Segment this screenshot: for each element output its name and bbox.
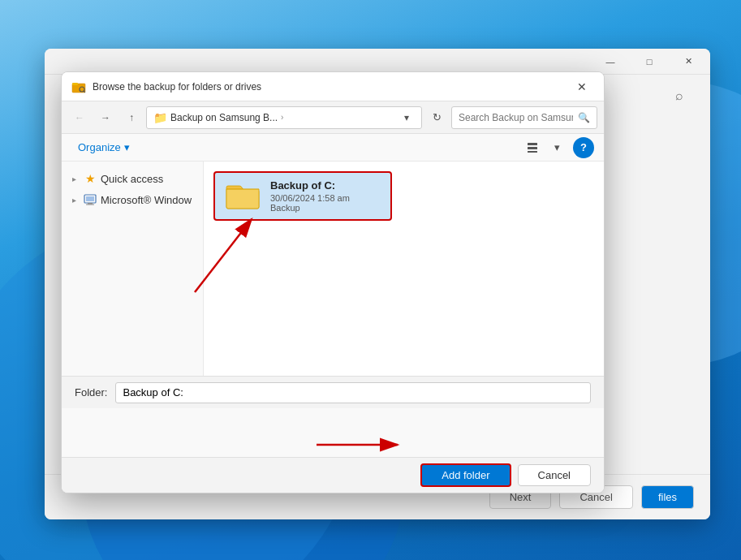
help-button[interactable]: ?: [573, 137, 594, 158]
add-folder-button[interactable]: Add folder: [420, 463, 511, 487]
view-toggle: ▾: [521, 137, 568, 158]
maximize-button[interactable]: □: [631, 49, 668, 75]
up-button[interactable]: ↑: [120, 106, 143, 129]
back-button[interactable]: ←: [68, 106, 91, 129]
folder-search-icon: [71, 80, 86, 93]
search-icon: 🔍: [578, 112, 590, 123]
left-sidebar: ▸ ★ Quick access ▸ Microsoft® Window: [62, 162, 204, 408]
browse-dialog: Browse the backup for folders or drives …: [61, 71, 605, 493]
minimize-button[interactable]: —: [592, 49, 629, 75]
sidebar-item-microsoft[interactable]: ▸ Microsoft® Window: [62, 189, 203, 210]
search-input[interactable]: [459, 112, 573, 123]
restore-files-button[interactable]: files: [641, 485, 694, 509]
nav-bar: ← → ↑ 📁 Backup on Samsung B... › ▾ ↻ 🔍: [62, 101, 604, 134]
file-area[interactable]: Backup of C: 30/06/2024 1:58 am Backup: [204, 162, 604, 408]
folder-name: Backup of C:: [270, 179, 382, 192]
outer-search-area: ⌕: [665, 81, 694, 110]
microsoft-label: Microsoft® Window: [101, 194, 192, 206]
svg-rect-6: [528, 151, 537, 153]
view-details-button[interactable]: [521, 137, 544, 158]
breadcrumb-bar: 📁 Backup on Samsung B... › ▾: [146, 106, 422, 129]
breadcrumb-chevron: ›: [281, 113, 283, 122]
dialog-title-text: Browse the backup for folders or drives: [93, 81, 570, 93]
dialog-close-button[interactable]: ✕: [570, 77, 594, 97]
outer-search-icon: ⌕: [675, 88, 683, 103]
breadcrumb-folder-icon: 📁: [153, 111, 167, 124]
toolbar: Organize ▾ ▾ ?: [62, 134, 604, 162]
folder-label: Folder:: [75, 386, 107, 398]
computer-icon: [83, 192, 97, 207]
forward-button[interactable]: →: [94, 106, 117, 129]
breadcrumb-label: Backup on Samsung B...: [170, 112, 278, 123]
svg-rect-1: [72, 83, 78, 85]
star-icon: ★: [83, 171, 97, 186]
view-details-icon: [527, 142, 538, 153]
dialog-title-icon: [71, 80, 86, 94]
folder-date: 30/06/2024 1:58 am: [270, 193, 382, 203]
backup-folder-item[interactable]: Backup of C: 30/06/2024 1:58 am Backup: [213, 171, 392, 221]
folder-type: Backup: [270, 203, 382, 213]
svg-rect-4: [528, 143, 537, 145]
expand-microsoft-icon: ▸: [68, 194, 80, 205]
refresh-button[interactable]: ↻: [425, 106, 448, 129]
svg-rect-9: [88, 203, 93, 205]
folder-svg-icon: [225, 181, 261, 210]
svg-rect-8: [86, 196, 94, 201]
breadcrumb-dropdown[interactable]: ▾: [399, 110, 415, 126]
organize-button[interactable]: Organize ▾: [71, 139, 136, 156]
folder-details: Backup of C: 30/06/2024 1:58 am Backup: [270, 179, 382, 213]
expand-quick-access-icon: ▸: [68, 173, 80, 184]
dialog-bottom-bar: Add folder Cancel: [62, 457, 604, 493]
view-dropdown-button[interactable]: ▾: [545, 137, 568, 158]
computer-svg: [84, 193, 97, 206]
dialog-titlebar: Browse the backup for folders or drives …: [62, 72, 604, 101]
svg-rect-5: [528, 147, 537, 149]
svg-rect-10: [86, 205, 94, 205]
dialog-cancel-button[interactable]: Cancel: [518, 464, 591, 486]
folder-input-field[interactable]: [115, 382, 591, 403]
folder-icon-wrap: [223, 179, 262, 212]
content-area: ▸ ★ Quick access ▸ Microsoft® Window: [62, 162, 604, 408]
folder-input-bar: Folder:: [62, 376, 604, 408]
outer-window-controls: — □ ✕: [592, 49, 707, 75]
organize-label: Organize: [78, 141, 121, 153]
outer-close-button[interactable]: ✕: [670, 49, 707, 75]
search-box[interactable]: 🔍: [451, 106, 597, 129]
sidebar-item-quick-access[interactable]: ▸ ★ Quick access: [62, 168, 203, 189]
quick-access-label: Quick access: [101, 173, 163, 185]
organize-chevron: ▾: [124, 141, 130, 153]
